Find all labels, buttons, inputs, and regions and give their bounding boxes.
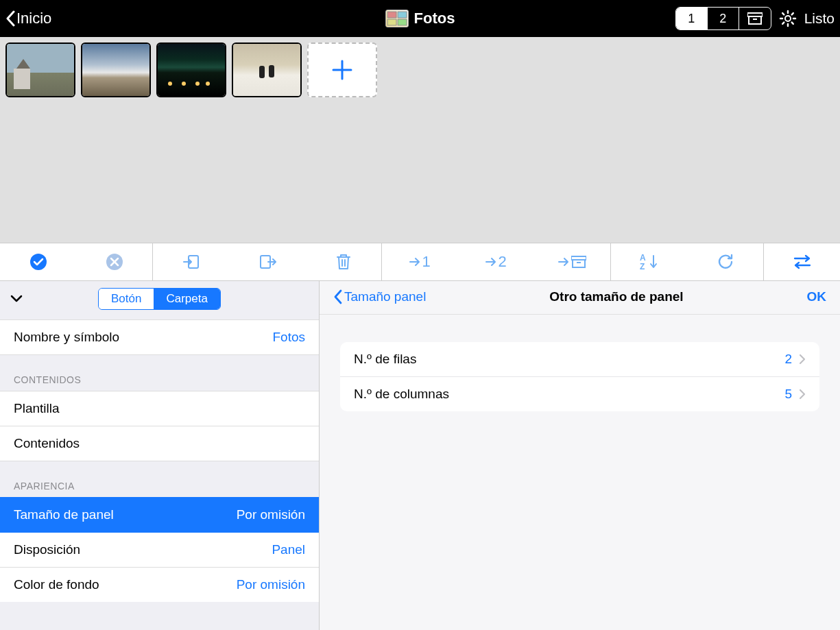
toolbar-group-select bbox=[0, 243, 153, 280]
deselect-all-button[interactable] bbox=[76, 243, 152, 280]
svg-point-4 bbox=[785, 16, 791, 21]
page-title-group: Fotos bbox=[385, 10, 455, 27]
move-to-archive-button[interactable] bbox=[534, 243, 610, 280]
move-to-1-label: 1 bbox=[422, 253, 430, 271]
lower-split: Botón Carpeta Nombre y símbolo Fotos CON… bbox=[0, 281, 840, 630]
layout-value: Panel bbox=[272, 542, 305, 557]
panel-size-label: Tamaño de panel bbox=[14, 507, 114, 522]
panel-size-row[interactable]: Tamaño de panel Por omisión bbox=[0, 497, 319, 533]
back-label: Inicio bbox=[16, 10, 51, 27]
type-folder-segment[interactable]: Carpeta bbox=[154, 289, 219, 309]
panel-size-value: Por omisión bbox=[237, 507, 305, 522]
archive-icon bbox=[747, 12, 763, 25]
bgcolor-label: Color de fondo bbox=[14, 577, 99, 592]
toolbar-group-sort: AZ bbox=[611, 243, 764, 280]
type-segment-control: Botón Carpeta bbox=[98, 288, 221, 310]
bgcolor-value: Por omisión bbox=[237, 577, 305, 592]
chevron-right-icon bbox=[799, 354, 806, 365]
photo-thumb-1[interactable] bbox=[5, 43, 75, 97]
view-segment-2[interactable]: 2 bbox=[708, 8, 739, 29]
move-to-2-label: 2 bbox=[498, 253, 506, 271]
export-icon bbox=[259, 253, 276, 271]
svg-text:Z: Z bbox=[640, 262, 645, 271]
view-segment-archive[interactable] bbox=[739, 8, 771, 29]
chevron-left-icon bbox=[333, 289, 343, 304]
swap-button[interactable] bbox=[764, 243, 840, 280]
chevron-left-icon bbox=[5, 10, 16, 27]
photo-thumb-4[interactable] bbox=[232, 43, 302, 97]
arrow-right-icon bbox=[409, 257, 420, 267]
type-button-segment[interactable]: Botón bbox=[99, 289, 154, 309]
done-button[interactable]: Listo bbox=[804, 10, 835, 27]
delete-button[interactable] bbox=[305, 243, 381, 280]
bgcolor-row[interactable]: Color de fondo Por omisión bbox=[0, 568, 319, 602]
photo-thumb-3[interactable] bbox=[156, 43, 226, 97]
right-pane-header: Tamaño panel Otro tamaño de panel OK bbox=[320, 281, 840, 315]
svg-point-5 bbox=[30, 254, 47, 270]
move-to-1-button[interactable]: 1 bbox=[382, 243, 458, 280]
back-button[interactable]: Inicio bbox=[5, 10, 51, 27]
swap-icon bbox=[793, 254, 812, 269]
cols-row[interactable]: N.º de columnas 5 bbox=[340, 376, 819, 411]
select-all-button[interactable] bbox=[0, 243, 76, 280]
arrow-right-icon bbox=[558, 257, 569, 267]
top-header: Inicio Fotos 1 2 Listo bbox=[0, 0, 840, 37]
svg-rect-0 bbox=[387, 12, 396, 18]
cols-label: N.º de columnas bbox=[354, 387, 449, 402]
header-right-controls: 1 2 Listo bbox=[675, 7, 835, 30]
settings-button[interactable] bbox=[778, 9, 797, 28]
rows-row[interactable]: N.º de filas 2 bbox=[340, 342, 819, 376]
chevron-right-icon bbox=[799, 389, 806, 400]
add-photo-button[interactable] bbox=[307, 43, 377, 97]
gear-icon bbox=[778, 9, 797, 28]
chevron-down-icon bbox=[10, 294, 23, 304]
layout-label: Disposición bbox=[14, 542, 80, 557]
refresh-icon bbox=[717, 253, 734, 271]
import-button[interactable] bbox=[153, 243, 229, 280]
toolbar-group-edit bbox=[153, 243, 382, 280]
view-segment-control: 1 2 bbox=[675, 7, 771, 30]
cols-value: 5 bbox=[784, 387, 792, 402]
refresh-button[interactable] bbox=[687, 243, 763, 280]
photo-thumb-2[interactable] bbox=[81, 43, 151, 97]
contents-row[interactable]: Contenidos bbox=[0, 426, 319, 461]
left-pane: Botón Carpeta Nombre y símbolo Fotos CON… bbox=[0, 281, 320, 630]
deselect-circle-icon bbox=[106, 253, 123, 271]
name-symbol-label: Nombre y símbolo bbox=[14, 330, 119, 345]
plus-icon bbox=[331, 58, 354, 82]
left-pane-header: Botón Carpeta bbox=[0, 281, 319, 319]
section-appearance-label: APARIENCIA bbox=[0, 461, 319, 497]
sort-az-button[interactable]: AZ bbox=[611, 243, 687, 280]
thumbnail-area bbox=[0, 37, 840, 243]
svg-rect-1 bbox=[398, 12, 407, 18]
svg-rect-3 bbox=[398, 19, 407, 25]
app-icon bbox=[385, 10, 409, 27]
svg-rect-2 bbox=[387, 19, 396, 25]
export-button[interactable] bbox=[229, 243, 305, 280]
contents-label: Contenidos bbox=[14, 436, 80, 451]
right-back-button[interactable]: Tamaño panel bbox=[333, 289, 426, 304]
archive-icon bbox=[571, 255, 586, 269]
rows-value: 2 bbox=[784, 352, 792, 367]
name-symbol-value: Fotos bbox=[272, 330, 305, 345]
layout-row[interactable]: Disposición Panel bbox=[0, 533, 319, 568]
rows-label: N.º de filas bbox=[354, 352, 416, 367]
trash-icon bbox=[335, 253, 352, 271]
svg-text:A: A bbox=[640, 253, 646, 263]
template-row[interactable]: Plantilla bbox=[0, 391, 319, 426]
name-symbol-row[interactable]: Nombre y símbolo Fotos bbox=[0, 319, 319, 355]
page-title: Fotos bbox=[414, 10, 455, 27]
right-title: Otro tamaño de panel bbox=[426, 289, 806, 304]
view-segment-1[interactable]: 1 bbox=[676, 8, 708, 29]
right-pane: Tamaño panel Otro tamaño de panel OK N.º… bbox=[320, 281, 840, 630]
size-card: N.º de filas 2 N.º de columnas 5 bbox=[340, 342, 819, 411]
toolbar-group-move: 1 2 bbox=[382, 243, 611, 280]
template-label: Plantilla bbox=[14, 401, 60, 416]
move-to-2-button[interactable]: 2 bbox=[458, 243, 534, 280]
section-contents-label: CONTENIDOS bbox=[0, 355, 319, 391]
ok-button[interactable]: OK bbox=[807, 289, 827, 304]
import-icon bbox=[182, 253, 200, 271]
action-toolbar: 1 2 AZ bbox=[0, 243, 840, 281]
arrow-right-icon bbox=[485, 257, 496, 267]
collapse-toggle[interactable] bbox=[10, 294, 23, 304]
